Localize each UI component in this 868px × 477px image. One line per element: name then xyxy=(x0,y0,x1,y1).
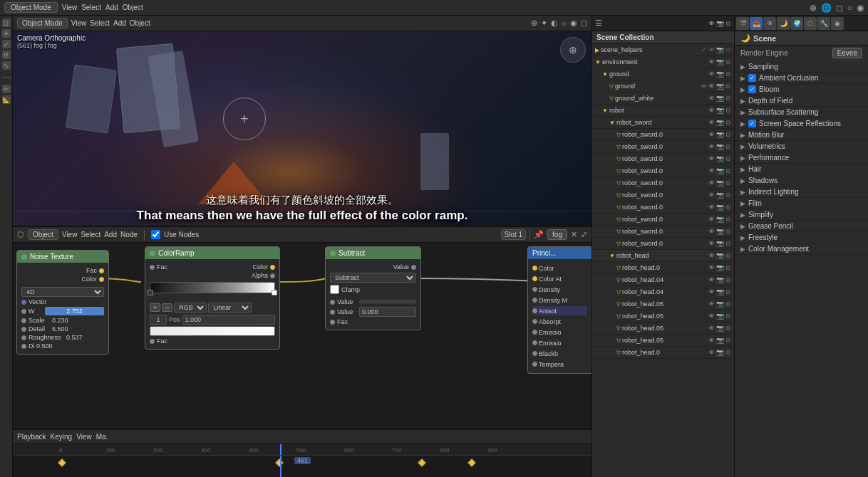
list-item[interactable]: ▽ robot_sword.0 👁 📷 ⊙ xyxy=(592,214,734,226)
viewport-scene[interactable]: + Camera Orthographic (561) fog | fog ⊕ xyxy=(13,31,591,226)
item-sel-icon[interactable]: ⊙ xyxy=(725,70,731,78)
item-eye-icon[interactable]: 👁 xyxy=(708,228,715,235)
toolbar-icon-4[interactable]: ○ xyxy=(847,3,852,13)
item-eye-icon[interactable]: 👁 xyxy=(708,179,715,187)
item-cam-icon[interactable]: 📷 xyxy=(716,252,724,259)
item-eye-icon[interactable]: 👁 xyxy=(708,46,715,53)
item-eye-icon[interactable]: 👁 xyxy=(708,83,715,90)
prop-tab-view[interactable]: 👁 xyxy=(763,17,776,30)
list-item[interactable]: ▽ ground_white 👁 📷 ⊙ xyxy=(592,93,734,105)
item-cam-icon[interactable]: 📷 xyxy=(716,179,724,187)
list-item[interactable]: ▽ robot_head.04 👁 📷 ⊙ xyxy=(592,274,734,286)
item-eye-icon[interactable]: 👁 xyxy=(708,325,715,332)
list-item[interactable]: ▽ robot_sword.0 👁 📷 ⊙ xyxy=(592,226,734,238)
list-item[interactable]: ▽ robot_head.05 👁 📷 ⊙ xyxy=(592,335,734,347)
item-sel-icon[interactable]: ⊙ xyxy=(725,264,731,271)
node-fullscreen-icon[interactable]: ⤢ xyxy=(581,230,587,239)
prop-section-sampling[interactable]: ▶ Sampling xyxy=(735,61,868,73)
prop-tab-render[interactable]: 🎬 xyxy=(736,17,749,30)
select-menu[interactable]: Select xyxy=(81,4,101,11)
prop-tab-world[interactable]: 🌍 xyxy=(790,17,803,30)
item-eye-icon[interactable]: 👁 xyxy=(708,119,715,126)
item-cam-icon[interactable]: 📷 xyxy=(716,288,724,295)
item-cam-icon[interactable]: 📷 xyxy=(716,167,724,174)
item-sel-icon[interactable]: ⊙ xyxy=(725,216,731,223)
colorramp-node[interactable]: ColorRamp Fac Color xyxy=(145,246,280,350)
item-sel-icon[interactable]: ⊙ xyxy=(725,167,731,174)
item-cam-icon[interactable]: 📷 xyxy=(716,95,724,102)
sidebar-icon-select[interactable]: ◻ xyxy=(2,19,11,27)
list-item[interactable]: ▽ robot_sword.0 👁 📷 ⊙ xyxy=(592,201,734,214)
item-sel-icon[interactable]: ⊙ xyxy=(725,313,731,320)
keyframe-4[interactable] xyxy=(467,458,475,466)
prop-section-colorman[interactable]: ▶ Color Management xyxy=(735,243,868,255)
bloom-checkbox[interactable]: ✓ xyxy=(748,85,756,93)
timeline-ruler[interactable]: 0 100 200 300 400 500 600 700 800 900 xyxy=(13,444,591,456)
item-cam-icon[interactable]: 📷 xyxy=(716,337,724,344)
item-cam-icon[interactable]: 📷 xyxy=(716,240,724,247)
toolbar-icon-1[interactable]: ⊕ xyxy=(810,3,817,13)
colorramp-stop-left[interactable] xyxy=(148,290,153,295)
colorramp-add-btn[interactable]: + xyxy=(150,303,160,312)
keyframe-end[interactable] xyxy=(418,458,425,466)
keyframe-start[interactable] xyxy=(58,458,66,466)
list-item[interactable]: ▽ robot_head.05 👁 📷 ⊙ xyxy=(592,323,734,335)
item-eye-icon[interactable]: 👁 xyxy=(708,192,715,199)
playback-menu[interactable]: Playback xyxy=(17,433,46,441)
item-sel-icon[interactable]: ⊙ xyxy=(725,325,731,332)
item-sel-icon[interactable]: ⊙ xyxy=(725,288,731,295)
item-sel-icon[interactable]: ⊙ xyxy=(725,46,731,53)
item-sel-icon[interactable]: ⊙ xyxy=(725,58,731,65)
colorramp-interp-select[interactable]: LinearEaseB-Spline xyxy=(208,303,252,313)
markers-menu[interactable]: Ma. xyxy=(96,433,108,441)
keyframe-current[interactable] xyxy=(275,458,283,466)
prop-section-sss[interactable]: ▶ Subsurface Scattering xyxy=(735,107,868,118)
item-eye-icon[interactable]: 👁 xyxy=(708,155,715,162)
prop-section-grease[interactable]: ▶ Grease Pencil xyxy=(735,221,868,232)
item-sel-icon[interactable]: ⊙ xyxy=(725,204,731,211)
prop-section-bloom[interactable]: ▶ ✓ Bloom xyxy=(735,84,868,95)
node-editor-canvas[interactable]: Noise Texture Fac Color xyxy=(13,243,591,429)
use-nodes-checkbox[interactable] xyxy=(151,230,160,239)
scene-icon-camera[interactable]: 📷 xyxy=(716,20,724,27)
item-sel-icon[interactable]: ⊙ xyxy=(725,107,731,114)
prop-section-performance[interactable]: ▶ Performance xyxy=(735,152,868,164)
item-cam-icon[interactable]: 📷 xyxy=(716,313,724,320)
timeline-view-menu[interactable]: View xyxy=(76,433,92,441)
viewport-object-menu[interactable]: Object xyxy=(130,19,150,27)
colorramp-pos-value[interactable]: 1.000 xyxy=(182,315,275,325)
prop-section-indirect[interactable]: ▶ Indirect Lighting xyxy=(735,187,868,198)
item-sel-icon[interactable]: ⊙ xyxy=(725,131,731,138)
subtract-val1-input[interactable] xyxy=(359,300,416,303)
item-eye-icon[interactable]: 👁 xyxy=(708,131,715,138)
list-item[interactable]: ▼ robot_sword 👁 📷 ⊙ xyxy=(592,117,734,129)
item-cam-icon[interactable]: 📷 xyxy=(716,349,724,356)
item-eye-icon[interactable]: 👁 xyxy=(708,252,715,259)
item-pencil-icon[interactable]: ✏ xyxy=(701,83,707,90)
viewport-render-icon[interactable]: ○ xyxy=(562,19,567,28)
item-sel-icon[interactable]: ⊙ xyxy=(725,349,731,356)
list-item[interactable]: ▽ robot_sword.0 👁 📷 ⊙ xyxy=(592,129,734,141)
item-cam-icon[interactable]: 📷 xyxy=(716,83,724,90)
viewport-select-menu[interactable]: Select xyxy=(90,19,110,27)
node-view-menu[interactable]: View xyxy=(62,231,78,238)
item-vis-icon[interactable]: ✓ xyxy=(701,46,707,53)
playhead[interactable] xyxy=(280,444,281,455)
item-cam-icon[interactable]: 📷 xyxy=(716,228,724,235)
item-sel-icon[interactable]: ⊙ xyxy=(725,143,731,150)
item-eye-icon[interactable]: 👁 xyxy=(708,300,715,308)
item-cam-icon[interactable]: 📷 xyxy=(716,131,724,138)
prop-tab-modifier[interactable]: 🔧 xyxy=(817,17,830,30)
sidebar-icon-annotate[interactable]: ✏ xyxy=(2,85,11,93)
item-cam-icon[interactable]: 📷 xyxy=(716,119,724,126)
item-eye-icon[interactable]: 👁 xyxy=(708,288,715,295)
item-sel-icon[interactable]: ⊙ xyxy=(725,228,731,235)
item-sel-icon[interactable]: ⊙ xyxy=(725,337,731,344)
item-eye-icon[interactable]: 👁 xyxy=(708,70,715,78)
render-engine-value[interactable]: Eevee xyxy=(832,48,862,58)
prop-section-shadows[interactable]: ▶ Shadows xyxy=(735,175,868,187)
colorramp-swatch[interactable] xyxy=(150,326,275,336)
item-sel-icon[interactable]: ⊙ xyxy=(725,119,731,126)
timeline-track[interactable]: 461 xyxy=(13,456,591,477)
scene-items-list[interactable]: ▶ scene_helpers ✓ 👁 📷 ⊙ ▼ environment 👁 … xyxy=(592,44,734,477)
